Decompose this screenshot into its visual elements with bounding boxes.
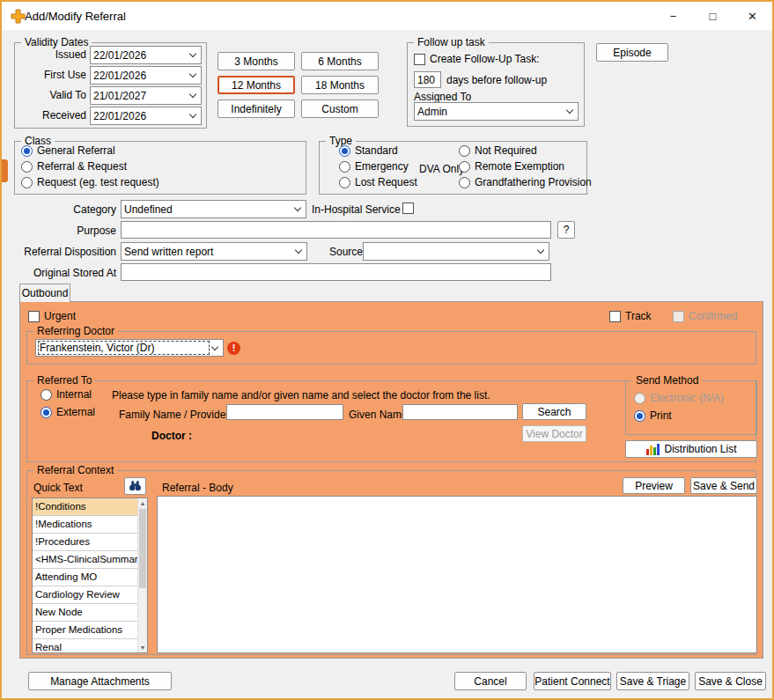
referral-context-legend: Referral Context	[33, 464, 117, 477]
referring-doctor-combo[interactable]: Frankenstein, Victor (Dr)	[35, 339, 224, 357]
window-title: Add/Modify Referral	[25, 10, 126, 23]
radio-grandfathering-provision[interactable]: Grandfathering Provision	[459, 176, 592, 188]
duration-12-months-button[interactable]: 12 Months	[217, 76, 295, 94]
radio-general-referral[interactable]: General Referral	[21, 144, 115, 157]
chevron-down-icon	[211, 343, 218, 350]
quick-text-scrollbar[interactable]: ▲ ▼	[137, 498, 147, 652]
chevron-down-icon	[189, 50, 196, 57]
quick-text-item[interactable]: !Procedures	[33, 534, 137, 551]
referral-disposition-combo[interactable]: Send written report	[121, 242, 307, 261]
issued-label: Issued	[0, 48, 86, 61]
received-label: Received	[0, 109, 86, 122]
duration-6-months-button[interactable]: 6 Months	[301, 52, 379, 70]
duration-18-months-button[interactable]: 18 Months	[301, 76, 379, 94]
source-label: Source	[329, 246, 363, 258]
search-button[interactable]: Search	[522, 403, 586, 420]
scroll-thumb[interactable]	[139, 509, 146, 588]
quick-text-item[interactable]: !Medications	[33, 516, 137, 534]
assigned-to-value: Admin	[417, 106, 564, 118]
side-tab-nub[interactable]	[2, 159, 8, 182]
close-button[interactable]: ✕	[733, 2, 772, 30]
radio-emergency[interactable]: Emergency	[339, 160, 409, 173]
radio-not-required[interactable]: Not Required	[459, 144, 537, 157]
source-combo[interactable]	[363, 242, 549, 261]
radio-icon	[459, 177, 470, 188]
issued-date-combo[interactable]: 22/01/2026	[90, 46, 202, 64]
radio-remote-exemption[interactable]: Remote Exemption	[459, 160, 564, 173]
duration-indefinitely-button[interactable]: Indefinitely	[217, 99, 295, 118]
given-name-input[interactable]	[402, 404, 518, 420]
days-before-followup-label: days before follow-up	[446, 74, 547, 86]
patient-connect-button[interactable]: Patient Connect	[534, 672, 611, 690]
first-use-date-combo[interactable]: 22/01/2026	[90, 66, 202, 85]
add-modify-referral-dialog: Add/Modify Referral − □ ✕ Validity Dates…	[0, 0, 774, 700]
original-stored-at-label: Original Stored At	[11, 267, 116, 279]
urgent-checkbox-row[interactable]: Urgent	[28, 310, 76, 322]
track-checkbox-row[interactable]: Track	[609, 310, 652, 322]
track-checkbox[interactable]	[609, 311, 621, 322]
received-date-combo[interactable]: 22/01/2026	[90, 107, 202, 125]
save-and-triage-button[interactable]: Save & Triage	[616, 672, 689, 690]
purpose-help-button[interactable]: ?	[557, 221, 575, 239]
radio-label: Remote Exemption	[475, 160, 564, 173]
family-name-input[interactable]	[226, 404, 343, 420]
quick-text-item[interactable]: New Node	[33, 604, 137, 622]
radio-lost-request[interactable]: Lost Request	[339, 176, 417, 188]
referral-body-textarea[interactable]	[157, 496, 757, 653]
urgent-checkbox[interactable]	[28, 311, 40, 322]
track-label: Track	[625, 310, 652, 322]
dva-only-label: DVA Only	[419, 163, 464, 175]
warning-exclamation-icon	[227, 342, 240, 355]
create-follow-up-checkbox[interactable]	[414, 54, 425, 65]
radio-request-test[interactable]: Request (eg. test request)	[21, 176, 159, 188]
quick-text-search-button[interactable]	[124, 477, 146, 495]
given-name-label: Given Name	[349, 409, 408, 421]
in-hospital-service-checkbox[interactable]	[402, 203, 414, 214]
distribution-list-label: Distribution List	[664, 443, 736, 455]
radio-internal[interactable]: Internal	[41, 388, 92, 401]
referring-doctor-value: Frankenstein, Victor (Dr)	[39, 342, 209, 354]
assigned-to-combo[interactable]: Admin	[414, 102, 579, 121]
quick-text-list[interactable]: !Conditions !Medications !Procedures <HM…	[32, 497, 148, 653]
chevron-down-icon	[537, 247, 544, 254]
duration-3-months-button[interactable]: 3 Months	[217, 52, 295, 70]
quick-text-item[interactable]: !Conditions	[33, 498, 137, 516]
quick-text-item[interactable]: <HMS-ClinicalSummar...	[33, 551, 137, 569]
radio-standard[interactable]: Standard	[339, 144, 398, 157]
cancel-button[interactable]: Cancel	[454, 672, 527, 690]
episode-button[interactable]: Episode	[596, 43, 668, 62]
category-combo[interactable]: Undefined	[121, 200, 306, 218]
purpose-input[interactable]	[121, 221, 551, 239]
chevron-down-icon	[294, 204, 301, 211]
tab-outbound[interactable]: Outbound	[19, 284, 70, 302]
maximize-button[interactable]: □	[693, 2, 733, 30]
radio-external[interactable]: External	[41, 406, 95, 418]
first-use-label: First Use	[0, 69, 86, 81]
referring-doctor-legend: Referring Doctor	[33, 325, 118, 338]
scroll-up-arrow[interactable]: ▲	[138, 498, 147, 508]
minimize-button[interactable]: −	[653, 2, 693, 30]
confirmed-checkbox-row: Confirmed	[673, 310, 737, 322]
days-before-followup-input[interactable]: 180	[414, 71, 441, 88]
create-follow-up-checkbox-row[interactable]: Create Follow-Up Task:	[414, 53, 540, 65]
quick-text-item[interactable]: Renal	[33, 639, 137, 653]
radio-print[interactable]: Print	[634, 409, 672, 422]
quick-text-item[interactable]: Attending MO	[33, 569, 137, 586]
save-and-close-button[interactable]: Save & Close	[695, 672, 766, 690]
tab-outbound-label: Outbound	[22, 287, 69, 299]
valid-to-date-combo[interactable]: 21/01/2027	[90, 86, 202, 105]
received-date-value: 22/01/2026	[93, 110, 187, 122]
radio-icon	[339, 161, 350, 173]
duration-custom-button[interactable]: Custom	[301, 99, 379, 118]
manage-attachments-button[interactable]: Manage Attachments	[28, 672, 172, 690]
save-and-send-button[interactable]: Save & Send	[690, 477, 757, 494]
quick-text-item[interactable]: Cardiology Review	[33, 586, 137, 604]
distribution-list-button[interactable]: Distribution List	[625, 440, 757, 458]
radio-icon	[339, 177, 350, 188]
quick-text-item[interactable]: Proper Medications	[33, 622, 137, 639]
radio-referral-and-request[interactable]: Referral & Request	[21, 160, 127, 173]
preview-button[interactable]: Preview	[623, 477, 685, 494]
scroll-down-arrow[interactable]: ▼	[138, 643, 147, 652]
original-stored-at-input[interactable]	[121, 263, 551, 281]
radio-label: Lost Request	[355, 176, 417, 188]
